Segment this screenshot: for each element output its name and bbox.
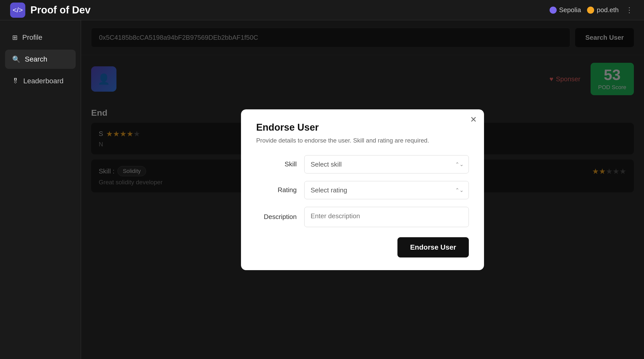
header-left: </> Proof of Dev bbox=[10, 3, 91, 18]
main-content: Search User 👤 ♥ Sponser 53 POD Score End bbox=[81, 20, 644, 359]
description-input[interactable] bbox=[304, 207, 469, 227]
more-button[interactable]: ⋮ bbox=[625, 6, 634, 15]
rating-label: Rating bbox=[256, 186, 297, 194]
profile-icon: ⊞ bbox=[12, 34, 18, 42]
sidebar: ⊞ Profile 🔍 Search 🎖 Leaderboard bbox=[0, 20, 81, 359]
leaderboard-icon: 🎖 bbox=[12, 77, 19, 85]
sepolia-dot bbox=[550, 7, 557, 14]
rating-select[interactable]: Select rating 1 2 3 4 5 bbox=[304, 181, 469, 199]
skill-select-wrapper: Select skill Solidity JavaScript Python … bbox=[304, 155, 469, 173]
endorse-user-button[interactable]: Endorse User bbox=[397, 237, 469, 257]
header-right: Sepolia pod.eth ⋮ bbox=[550, 6, 634, 15]
modal-actions: Endorse User bbox=[256, 237, 469, 257]
logo-icon: </> bbox=[10, 3, 25, 18]
modal-close-button[interactable]: ✕ bbox=[470, 115, 477, 124]
sidebar-item-profile[interactable]: ⊞ Profile bbox=[5, 28, 76, 47]
ens-dot bbox=[587, 7, 594, 14]
skill-select[interactable]: Select skill Solidity JavaScript Python … bbox=[304, 155, 469, 173]
ens-badge: pod.eth bbox=[587, 6, 619, 14]
description-form-row: Description bbox=[256, 207, 469, 227]
search-icon: 🔍 bbox=[12, 55, 20, 63]
rating-select-wrapper: Select rating 1 2 3 4 5 ⌃⌄ bbox=[304, 181, 469, 199]
sepolia-label: Sepolia bbox=[559, 6, 581, 14]
ens-label: pod.eth bbox=[597, 6, 619, 14]
logo-symbol: </> bbox=[13, 6, 23, 14]
sidebar-item-label-leaderboard: Leaderboard bbox=[23, 77, 64, 85]
sidebar-item-label-search: Search bbox=[25, 55, 47, 63]
sidebar-item-label-profile: Profile bbox=[22, 33, 42, 42]
modal-overlay: ✕ Endorse User Provide details to endors… bbox=[81, 20, 644, 359]
rating-form-row: Rating Select rating 1 2 3 4 5 ⌃⌄ bbox=[256, 181, 469, 199]
skill-label: Skill bbox=[256, 160, 297, 168]
sidebar-item-leaderboard[interactable]: 🎖 Leaderboard bbox=[5, 71, 76, 91]
description-label: Description bbox=[256, 213, 297, 221]
app-title: Proof of Dev bbox=[30, 4, 91, 16]
modal: ✕ Endorse User Provide details to endors… bbox=[241, 109, 484, 270]
layout: ⊞ Profile 🔍 Search 🎖 Leaderboard Search … bbox=[0, 20, 644, 359]
header: </> Proof of Dev Sepolia pod.eth ⋮ bbox=[0, 0, 644, 20]
modal-title: Endorse User bbox=[256, 122, 469, 133]
network-badge: Sepolia bbox=[550, 6, 581, 14]
modal-subtitle: Provide details to endorse the user. Ski… bbox=[256, 136, 469, 145]
sidebar-item-search[interactable]: 🔍 Search bbox=[5, 50, 76, 69]
skill-form-row: Skill Select skill Solidity JavaScript P… bbox=[256, 155, 469, 173]
